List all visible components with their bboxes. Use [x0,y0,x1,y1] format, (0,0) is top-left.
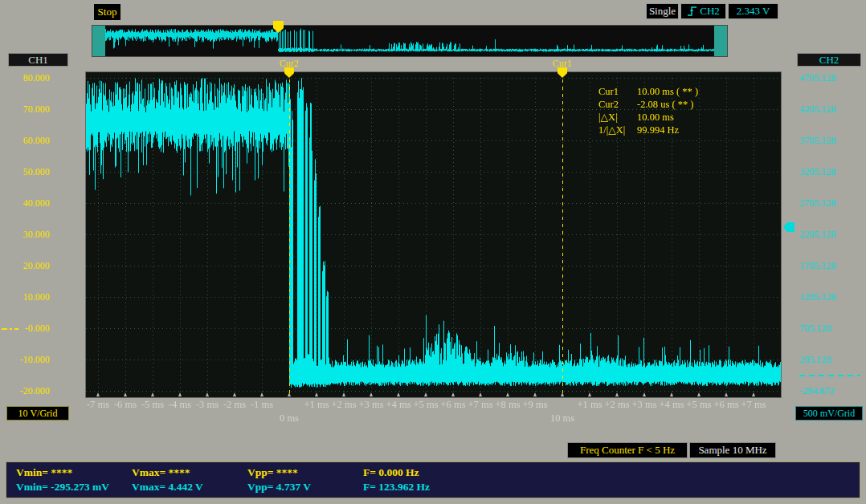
time-tick-label: +1 ms [577,399,602,411]
ch1-axis-label: -20.000 [5,385,50,397]
ch1-axis-label: 80.000 [5,72,50,84]
cursor-readout-label: 1/|△X| [598,124,637,136]
time-tick-label: +6 ms [713,399,738,411]
ch1-label-box[interactable]: CH1 [8,53,68,67]
cursor-readout-label: Cur1 [598,85,637,98]
measurement-value: Vpp= **** [247,466,363,479]
cursor-readout-value: 10.00 ms ( ** ) [637,85,698,98]
ch2-axis-label: 4205.128 [800,104,864,116]
ch2-scale-box: 500 mV/Grid [795,406,863,421]
time-major-label: 0 ms [280,413,299,425]
cursor1-line[interactable] [562,72,563,397]
time-tick-label: +9 ms [522,399,547,411]
ch1-axis-label: 10.000 [5,291,50,303]
time-tick-label: +6 ms [440,399,465,411]
measurement-value: Vmax= 4.442 V [132,481,247,494]
ch1-axis-label: 70.000 [5,104,50,116]
ch2-axis-label: 2705.128 [800,197,864,209]
cursor-readout-label: |△X| [598,111,637,124]
time-major-label: 10 ms [550,413,574,425]
time-tick-label: +3 ms [631,399,656,411]
measurement-value: Vmin= **** [16,466,132,479]
ch1-scale-box: 10 V/Grid [6,406,69,421]
stop-button[interactable]: Stop [94,4,121,20]
cursor2-label: Cur2 [272,58,307,70]
trigger-level-marker[interactable] [783,222,795,232]
measurement-value: Vmax= **** [132,466,247,479]
time-tick-label: -2 ms [223,399,246,411]
time-tick-label: +5 ms [413,399,438,411]
cursor-readout-line: 1/|△X|99.994 Hz [598,124,698,136]
time-tick-label: +1 ms [304,399,329,411]
time-tick-label: -5 ms [141,399,164,411]
trigger-level-value[interactable]: 2.343 V [728,3,778,19]
ch1-axis-label: 50.000 [5,166,50,178]
cursor-readout-value: -2.08 us ( ** ) [637,98,693,111]
time-tick-label: +4 ms [659,399,684,411]
cursor-readout-value: 10.00 ms [637,111,674,124]
measurements-panel: Vmin= ****Vmax= ****Vpp= ****F= 0.000 Hz… [6,461,860,498]
time-tick-label: +5 ms [686,399,711,411]
time-tick-label: +7 ms [468,399,492,411]
time-tick-label: -3 ms [196,399,219,411]
ch1-axis-label: 40.000 [5,197,50,209]
ch2-axis-label: 3205.128 [800,166,864,178]
single-button[interactable]: Single [646,3,679,19]
time-tick-label: -7 ms [87,399,109,411]
ch1-axis-label: -10.000 [5,354,50,366]
cursor-readout-label: Cur2 [598,98,637,111]
ch2-axis-label: 205.128 [800,354,864,366]
measurement-value: F= 123.962 Hz [363,481,430,494]
time-tick-label: +7 ms [741,399,766,411]
measurement-row-stats: Vmin= ****Vmax= ****Vpp= ****F= 0.000 Hz [16,466,419,479]
time-tick-label: -6 ms [114,399,137,411]
ch2-label-box[interactable]: CH2 [797,53,861,67]
cursor-readout-line: Cur110.00 ms ( ** ) [598,85,698,98]
overview-right-mask[interactable] [714,26,727,56]
ch1-axis-label: 30.000 [5,229,50,241]
ch2-axis-label: 4705.128 [800,72,864,84]
measurement-value: Vmin= -295.273 mV [16,481,132,494]
acquisition-overview-strip[interactable] [92,25,728,57]
time-tick-label: +4 ms [386,399,411,411]
cursor-readout-line: |△X|10.00 ms [598,111,698,124]
ch2-axis-label: 705.128 [800,323,864,335]
ch2-ground-marker[interactable] [799,375,860,376]
time-tick-label: +3 ms [358,399,383,411]
ch1-axis-label: 20.000 [5,260,50,272]
cursor2-line[interactable] [289,72,290,397]
time-tick-label: +2 ms [331,399,356,411]
cursor-readout: Cur110.00 ms ( ** )Cur2-2.08 us ( ** )|△… [598,85,698,136]
cursor1-label: Cur1 [545,58,580,70]
ch2-axis-label: 2205.128 [800,229,864,241]
trigger-channel-label: CH2 [700,5,720,18]
time-tick-label: +8 ms [495,399,520,411]
ch1-ground-marker[interactable] [2,328,18,330]
time-tick-label: -1 ms [251,399,273,411]
time-tick-label: -4 ms [169,399,191,411]
ch2-axis-label: -294.872 [800,385,864,397]
measurement-row-values: Vmin= -295.273 mVVmax= 4.442 VVpp= 4.737… [16,481,430,494]
ch2-axis-label: 3705.128 [800,135,864,147]
ch2-axis-label: 1205.128 [800,291,864,303]
overview-left-mask[interactable] [92,26,105,56]
overview-waveform-canvas [92,26,727,56]
cursor-readout-line: Cur2-2.08 us ( ** ) [598,98,698,111]
measurement-value: Vpp= 4.737 V [247,481,363,494]
ch1-axis-label: 60.000 [5,135,50,147]
ch2-axis-label: 1705.128 [800,260,864,272]
freq-counter-box: Freq Counter F < 5 Hz [567,442,688,458]
time-tick-label: +2 ms [604,399,629,411]
sample-rate-box: Sample 10 MHz [689,442,776,458]
trigger-source-box[interactable]: CH2 [680,3,726,19]
trigger-edge-icon [687,6,697,17]
cursor-readout-value: 99.994 Hz [637,124,679,136]
measurement-value: F= 0.000 Hz [363,466,419,479]
